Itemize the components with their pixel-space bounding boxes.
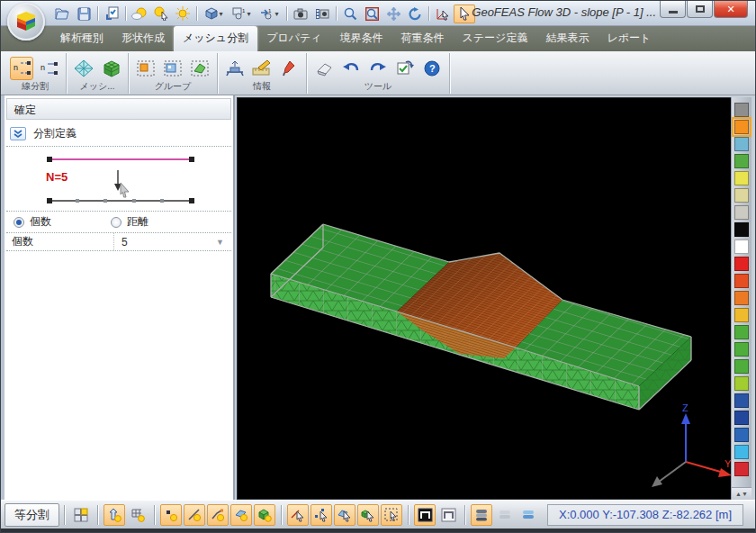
minimize-button[interactable]	[660, 1, 686, 18]
ribbon-group-mesh: メッシ...	[67, 53, 129, 94]
maximize-icon	[696, 5, 705, 13]
mouse-cursor	[121, 183, 129, 197]
window-grid-icon[interactable]	[70, 504, 92, 526]
count-value-dropdown[interactable]: 5 ▼	[114, 236, 231, 248]
show-line-icon[interactable]	[184, 504, 205, 526]
palette-swatch[interactable]	[734, 188, 749, 203]
division-mode-radios: 個数 距離	[6, 212, 231, 233]
apply-check-button[interactable]	[393, 57, 417, 80]
toolbar-separator	[154, 505, 155, 525]
ribbon-group-line-division: n n 線分割	[4, 53, 67, 94]
palette-swatch[interactable]	[734, 205, 749, 220]
palette-swatch[interactable]	[734, 171, 749, 185]
minimize-icon	[669, 11, 678, 14]
app-window: ▾ 1 ▾ 1 ▾	[0, 0, 756, 533]
tab-shape-creation[interactable]: 形状作成	[112, 26, 174, 51]
palette-swatch[interactable]	[734, 257, 749, 271]
palette-swatch[interactable]	[734, 359, 749, 374]
palette-swatch[interactable]	[734, 274, 749, 288]
palette-swatch[interactable]	[734, 239, 749, 254]
tab-result-display[interactable]: 結果表示	[536, 26, 598, 51]
select-face-icon[interactable]	[334, 504, 356, 526]
ruler-pencil-button[interactable]	[250, 57, 274, 80]
frame-light-icon[interactable]	[437, 504, 459, 526]
palette-swatch[interactable]	[734, 428, 749, 442]
undo-button[interactable]	[339, 57, 363, 80]
palette-swatch[interactable]	[734, 325, 749, 339]
palette-splitter[interactable]: ▲▼	[732, 487, 752, 500]
ribbon-group-label: グループ	[129, 80, 217, 93]
ribbon-group-information: 情報	[218, 53, 307, 94]
maximize-button[interactable]	[687, 1, 713, 18]
tab-boundary-conditions[interactable]: 境界条件	[331, 26, 392, 51]
toolbar-separator	[408, 505, 409, 525]
app-logo-icon	[14, 10, 38, 33]
palette-swatch[interactable]	[734, 154, 749, 168]
help-button[interactable]: ?	[420, 57, 444, 80]
palette-swatch[interactable]	[734, 137, 749, 151]
palette-swatch[interactable]	[734, 445, 749, 459]
mesh-division-panel: 確定 分割定義	[4, 95, 235, 500]
radio-distance[interactable]	[111, 217, 122, 228]
palette-swatch[interactable]	[734, 342, 749, 357]
layers-active-icon[interactable]	[471, 504, 492, 526]
close-button[interactable]: ✕	[714, 1, 748, 18]
line-division-n-button[interactable]: n	[10, 57, 33, 80]
select-solid-icon[interactable]	[357, 504, 379, 526]
color-palette: ▲▼	[731, 97, 752, 500]
division-mode-button[interactable]: 等分割	[4, 503, 59, 527]
ribbon-group-label: 情報	[218, 80, 306, 93]
count-input-row: 個数 5 ▼	[6, 233, 231, 251]
palette-swatch[interactable]	[734, 120, 749, 134]
palette-swatch[interactable]	[734, 393, 749, 408]
app-menu-button[interactable]	[7, 3, 45, 41]
coordinate-status: X:0.000 Y:-107.308 Z:-82.262 [m]	[547, 504, 743, 526]
radio-distance-label: 距離	[127, 214, 148, 230]
show-solid-icon[interactable]	[254, 504, 275, 526]
group-create-button[interactable]	[134, 57, 158, 80]
tab-property[interactable]: プロパティ	[257, 26, 330, 51]
count-value: 5	[122, 236, 128, 248]
mesh-solid-button[interactable]	[99, 57, 122, 80]
ribbon-group-label: ツール	[307, 80, 449, 93]
eraser-button[interactable]	[312, 57, 336, 80]
group-panel-button[interactable]	[161, 57, 184, 80]
confirm-button[interactable]: 確定	[6, 98, 231, 120]
layers-gray-icon[interactable]	[494, 504, 516, 526]
show-up-icon[interactable]	[104, 504, 125, 526]
title-bar: ▾ 1 ▾ 1 ▾	[1, 1, 755, 26]
palette-swatch[interactable]	[734, 291, 749, 305]
select-point-icon[interactable]	[310, 504, 332, 526]
select-line-icon[interactable]	[287, 504, 309, 526]
line-division-n2-button[interactable]: n	[37, 57, 60, 80]
tab-analysis-type[interactable]: 解析種別	[51, 26, 112, 51]
frame-dark-icon[interactable]	[414, 504, 436, 526]
palette-swatch[interactable]	[734, 411, 749, 425]
marker-pen-button[interactable]	[277, 57, 301, 80]
tab-stage-definition[interactable]: ステージ定義	[454, 26, 537, 51]
layers-blue-icon[interactable]	[518, 504, 539, 526]
coordinate-readout: X:0.000 Y:-107.308 Z:-82.262 [m]	[559, 508, 732, 521]
measure-jig-button[interactable]	[223, 57, 247, 80]
tab-mesh-division[interactable]: メッシュ分割	[174, 26, 257, 51]
palette-swatch[interactable]	[734, 308, 749, 322]
select-marquee-icon[interactable]	[381, 504, 402, 526]
viewport-3d[interactable]: Z Y	[237, 97, 733, 500]
tab-load-conditions[interactable]: 荷重条件	[392, 26, 454, 51]
tab-report[interactable]: レポート	[598, 26, 660, 51]
redo-button[interactable]	[366, 57, 390, 80]
palette-swatch[interactable]	[734, 376, 749, 391]
palette-swatch[interactable]	[734, 103, 749, 117]
bottom-toolbar: 等分割	[1, 500, 755, 528]
radio-count[interactable]	[14, 217, 24, 228]
group-mesh-button[interactable]	[188, 57, 212, 80]
show-point-icon[interactable]	[160, 504, 182, 526]
division-count-annotation: N=5	[46, 170, 68, 184]
show-grid-icon[interactable]	[127, 504, 148, 526]
palette-swatch[interactable]	[734, 462, 749, 476]
palette-swatch[interactable]	[734, 222, 749, 237]
collapse-section-button[interactable]	[10, 127, 26, 140]
show-polyline-icon[interactable]	[207, 504, 229, 526]
mesh-plane-button[interactable]	[72, 57, 95, 80]
show-face-icon[interactable]	[230, 504, 252, 526]
